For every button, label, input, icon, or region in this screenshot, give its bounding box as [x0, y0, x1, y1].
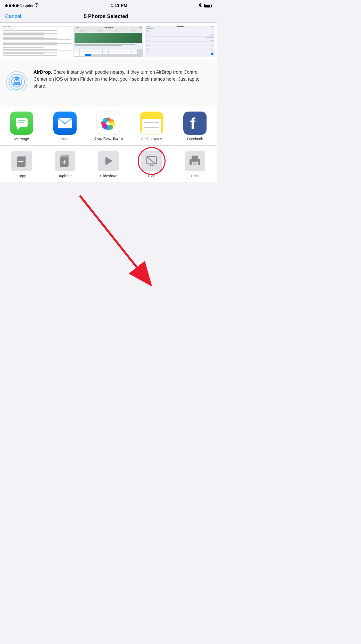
- svg-point-50: [197, 161, 198, 162]
- dot-4: [16, 4, 19, 7]
- svg-line-46: [147, 157, 156, 164]
- icloud-app-label: iCloud Photo Sharing: [94, 137, 123, 140]
- svg-marker-41: [105, 157, 113, 165]
- svg-marker-10: [17, 127, 20, 130]
- svg-point-8: [15, 77, 19, 81]
- copy-label: Copy: [18, 174, 26, 178]
- svg-text:f: f: [190, 115, 195, 131]
- dot-5: [20, 4, 22, 7]
- svg-rect-49: [192, 162, 198, 166]
- airdrop-bold: AirDrop.: [34, 70, 52, 75]
- print-label: Print: [191, 174, 199, 178]
- share-app-mail[interactable]: Mail: [50, 112, 80, 141]
- svg-rect-25: [142, 119, 161, 135]
- duplicate-label: Duplicate: [58, 174, 72, 178]
- action-print[interactable]: Print: [179, 151, 210, 178]
- action-duplicate[interactable]: Duplicate: [50, 151, 80, 178]
- facebook-app-label: Facebook: [187, 137, 203, 141]
- action-hide[interactable]: Hide: [136, 151, 167, 178]
- nav-bar: Cancel 5 Photos Selected: [0, 11, 217, 23]
- notes-app-label: Add to Notes: [141, 137, 162, 141]
- dot-1: [5, 4, 8, 7]
- bluetooth-icon: [199, 3, 202, 9]
- share-app-icloud[interactable]: iCloud Photo Sharing: [93, 112, 124, 140]
- airdrop-icon: [5, 68, 28, 91]
- message-app-label: Message: [14, 137, 29, 141]
- copy-icon-box: [11, 151, 32, 171]
- print-icon-box: [185, 151, 205, 171]
- dot-3: [12, 4, 15, 7]
- duplicate-icon-box: [55, 151, 75, 171]
- svg-rect-33: [17, 157, 25, 167]
- cancel-button[interactable]: Cancel: [5, 13, 21, 19]
- dot-2: [9, 4, 11, 7]
- photo-thumb-3[interactable]: Cancel New Event Add Meeting with Joe Th…: [145, 26, 215, 57]
- signal-dots: [5, 4, 22, 7]
- hide-label: Hide: [148, 174, 155, 178]
- mail-app-icon: [53, 112, 77, 135]
- page-title: 5 Photos Selected: [84, 13, 128, 19]
- wifi-icon: [34, 3, 39, 8]
- share-app-message[interactable]: Message: [6, 112, 37, 141]
- action-copy[interactable]: Copy: [6, 151, 37, 178]
- svg-rect-24: [140, 112, 163, 119]
- battery-icon: [204, 4, 211, 7]
- photo-thumb-2[interactable]: Cancel New Message Send Select Select Al…: [73, 26, 143, 57]
- airdrop-section: AirDrop. Share instantly with people nea…: [0, 60, 217, 106]
- share-apps-row: Message Mail: [0, 106, 217, 146]
- icloud-app-icon: [97, 112, 120, 135]
- airdrop-body: Share instantly with people nearby. If t…: [34, 70, 200, 89]
- photos-strip: Sprint From How to Cook Everything: [0, 23, 217, 60]
- facebook-app-icon: f: [183, 112, 207, 135]
- share-app-facebook[interactable]: f Facebook: [179, 112, 210, 141]
- svg-point-22: [106, 121, 110, 125]
- status-time: 1:11 PM: [111, 3, 127, 8]
- slideshow-label: Slideshow: [100, 174, 117, 178]
- mail-app-label: Mail: [62, 137, 68, 141]
- hide-icon-box: [141, 151, 162, 171]
- action-slideshow[interactable]: Slideshow: [93, 151, 124, 178]
- status-left: Sprint: [5, 3, 39, 8]
- message-app-icon: [10, 112, 33, 135]
- notes-app-icon: [140, 112, 163, 135]
- carrier-name: Sprint: [23, 4, 33, 8]
- airdrop-description: AirDrop. Share instantly with people nea…: [34, 68, 211, 90]
- share-app-notes[interactable]: Add to Notes: [136, 112, 167, 141]
- status-right: [199, 3, 211, 9]
- slideshow-icon-box: [98, 151, 119, 171]
- action-row: Copy Duplicate: [0, 146, 217, 182]
- photo-thumb-1[interactable]: Sprint From How to Cook Everything: [2, 26, 72, 57]
- status-bar: Sprint 1:11 PM: [0, 0, 217, 11]
- svg-rect-9: [16, 118, 28, 127]
